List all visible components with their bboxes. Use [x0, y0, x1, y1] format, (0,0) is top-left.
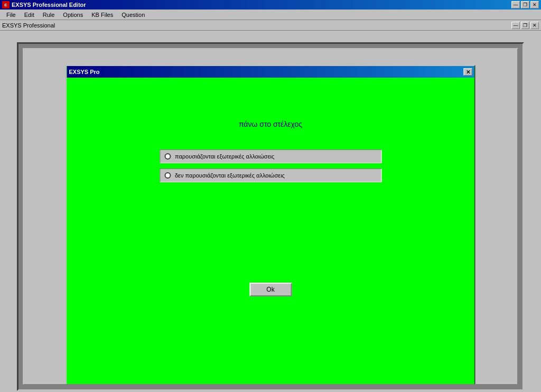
- restore-button[interactable]: ❐: [521, 1, 529, 8]
- dialog-title-bar: EXSYS Pro ✕: [67, 66, 474, 78]
- radio-option-1[interactable]: παρουσιάζονται εξωτερικές αλλοιώσεις: [160, 150, 381, 163]
- ok-button[interactable]: Ok: [249, 283, 292, 296]
- title-bar-left: E EXSYS Professional Editor: [2, 1, 86, 8]
- sub-restore-button[interactable]: ❐: [521, 22, 529, 29]
- dialog: EXSYS Pro ✕ πάνω στο στέλεχος παρουσιάζο…: [66, 65, 475, 385]
- dialog-close-button[interactable]: ✕: [464, 68, 472, 76]
- outer-frame: EXSYS Pro ✕ πάνω στο στέλεχος παρουσιάζο…: [17, 42, 524, 391]
- dialog-content: πάνω στο στέλεχος παρουσιάζονται εξωτερι…: [67, 78, 474, 385]
- sub-title-text: EXSYS Professional: [2, 22, 55, 29]
- radio-circle-1: [164, 153, 171, 160]
- menu-file[interactable]: File: [2, 11, 20, 19]
- title-bar: E EXSYS Professional Editor — ❐ ✕: [0, 0, 541, 10]
- radio-label-1: παρουσιάζονται εξωτερικές αλλοιώσεις: [175, 153, 274, 160]
- close-button[interactable]: ✕: [530, 1, 539, 8]
- menu-bar: File Edit Rule Options KB Files Question: [0, 10, 541, 20]
- dialog-question: πάνω στο στέλεχος: [239, 120, 302, 128]
- app-title: EXSYS Professional Editor: [12, 2, 86, 8]
- sub-minimize-button[interactable]: —: [511, 22, 520, 29]
- main-area: EXSYS Pro ✕ πάνω στο στέλεχος παρουσιάζο…: [0, 31, 541, 392]
- radio-option-2[interactable]: δεν παρουσιάζονται εξωτερικές αλλοιώσεις: [160, 169, 381, 182]
- sub-close-button[interactable]: ✕: [530, 22, 539, 29]
- sub-title-bar: EXSYS Professional — ❐ ✕: [0, 20, 541, 31]
- radio-label-2: δεν παρουσιάζονται εξωτερικές αλλοιώσεις: [175, 172, 285, 179]
- menu-edit[interactable]: Edit: [20, 11, 39, 19]
- radio-circle-2: [164, 172, 171, 179]
- menu-options[interactable]: Options: [59, 11, 87, 19]
- dialog-title: EXSYS Pro: [69, 69, 100, 75]
- menu-question[interactable]: Question: [117, 11, 149, 19]
- inner-frame: EXSYS Pro ✕ πάνω στο στέλεχος παρουσιάζο…: [23, 48, 518, 385]
- title-bar-buttons: — ❐ ✕: [511, 1, 539, 8]
- app-icon: E: [2, 1, 10, 8]
- minimize-button[interactable]: —: [511, 1, 520, 8]
- menu-kb-files[interactable]: KB Files: [87, 11, 117, 19]
- menu-rule[interactable]: Rule: [39, 11, 59, 19]
- sub-title-buttons: — ❐ ✕: [511, 22, 539, 29]
